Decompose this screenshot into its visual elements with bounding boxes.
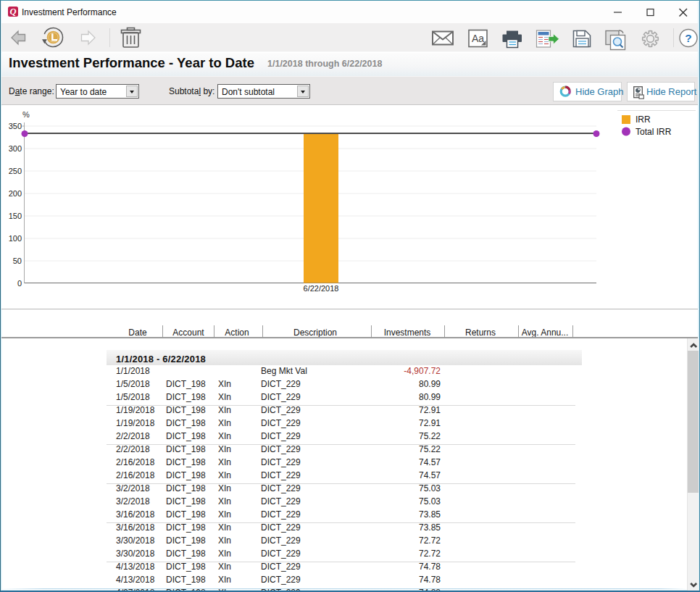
svg-text:IRR: IRR xyxy=(636,114,651,125)
svg-text:200: 200 xyxy=(9,189,22,198)
svg-text:250: 250 xyxy=(9,167,22,175)
svg-text:%: % xyxy=(22,110,30,119)
svg-text:Total IRR: Total IRR xyxy=(636,127,672,137)
svg-text:50: 50 xyxy=(13,257,22,265)
svg-text:0: 0 xyxy=(17,279,22,288)
svg-text:?: ? xyxy=(685,32,691,44)
svg-text:6/22/2018: 6/22/2018 xyxy=(304,284,339,293)
svg-text:Aa: Aa xyxy=(472,33,484,44)
svg-text:150: 150 xyxy=(9,212,22,220)
svg-text:100: 100 xyxy=(9,234,22,243)
svg-text:300: 300 xyxy=(9,144,22,153)
svg-text:350: 350 xyxy=(9,122,22,130)
